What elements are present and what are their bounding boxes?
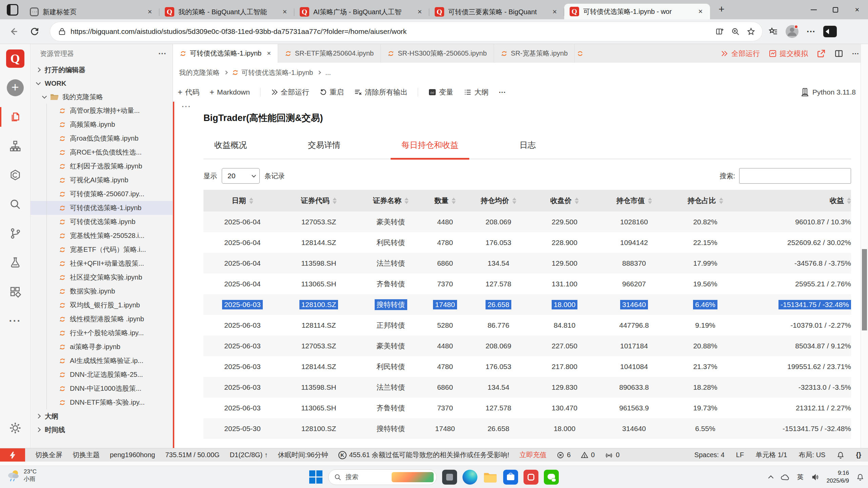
table-row[interactable]: 2025-06-03 128114.SZ 正邦转债 5280 86.776 84…	[203, 315, 851, 336]
settings-gear-icon[interactable]	[0, 413, 31, 443]
browser-tab-active-notebook[interactable]: Q 可转债优选策略-1.ipynb - wor ×	[564, 4, 710, 19]
tab-returns-overview[interactable]: 收益概况	[203, 140, 258, 159]
more-actions-icon[interactable]: ···	[0, 306, 31, 336]
file-item[interactable]: 高roa低负债策略.ipynb	[31, 131, 173, 145]
taskbar-app-red[interactable]	[524, 470, 538, 485]
back-icon[interactable]	[6, 24, 21, 39]
breadcrumb-item[interactable]: 可转债优选策略-1.ipynb	[241, 68, 313, 77]
source-control-icon[interactable]	[0, 219, 31, 248]
editor-tab[interactable]: SR-HS300策略-250605.ipynb	[381, 44, 494, 63]
search-icon[interactable]	[0, 190, 31, 219]
remote-indicator-icon[interactable]	[0, 448, 25, 462]
editor-tab[interactable]: SR-ETF策略250604.ipynb	[278, 44, 381, 63]
notification-center-icon[interactable]	[856, 473, 864, 481]
column-header[interactable]: 收盘价	[532, 196, 597, 205]
share-icon[interactable]	[817, 49, 826, 58]
ime-indicator[interactable]: 英	[797, 473, 804, 482]
browser-menu-icon[interactable]: ···	[803, 23, 819, 40]
warnings-indicator[interactable]: 0	[581, 451, 595, 459]
page-size-select[interactable]: 20	[222, 168, 260, 184]
editor-more-icon[interactable]: ···	[852, 49, 859, 58]
tab-daily-positions[interactable]: 每日持仓和收益	[391, 140, 469, 159]
favorite-star-icon[interactable]	[743, 24, 759, 39]
file-item[interactable]: 可视化AI策略.ipynb	[31, 173, 173, 187]
onedrive-cloud-icon[interactable]	[780, 473, 790, 481]
notifications-bell-icon[interactable]	[837, 451, 844, 459]
minimize-button[interactable]	[803, 0, 825, 19]
column-header[interactable]: 证券名称	[356, 196, 426, 205]
add-markdown-button[interactable]: +Markdown	[210, 87, 250, 97]
editor-tab-active[interactable]: 可转债优选策略-1.ipynb ×	[173, 44, 278, 63]
sort-icon[interactable]	[333, 198, 337, 204]
file-item[interactable]: 可转债优选策略-1.ipynb	[31, 201, 173, 215]
taskbar-clock[interactable]: 9:16 2025/6/9	[827, 469, 849, 485]
close-tab-icon[interactable]: ×	[145, 7, 155, 17]
memory-usage[interactable]: 735.51M / 50.00G	[165, 451, 219, 459]
file-item[interactable]: 可转债优选策略.ipynb	[31, 215, 173, 229]
file-item[interactable]: AI生成线性策略验证.ip...	[31, 354, 173, 368]
run-all-top-button[interactable]: 全部运行	[721, 49, 760, 58]
section-outline[interactable]: 大纲	[31, 409, 173, 423]
taskbar-app-widgets[interactable]	[442, 470, 457, 485]
bigquant-logo[interactable]: Q	[0, 44, 31, 73]
taskbar-search[interactable]: 搜索	[328, 469, 437, 485]
variables-button[interactable]: (x) 变量	[428, 87, 453, 97]
file-item[interactable]: 行业+个股轮动策略.ipy...	[31, 326, 173, 340]
table-search-input[interactable]	[739, 168, 851, 184]
close-tab-icon[interactable]: ×	[696, 7, 705, 16]
workspaces-icon[interactable]	[7, 4, 18, 16]
username[interactable]: peng1960hong	[110, 451, 155, 459]
table-row[interactable]: 2025-06-03 113598.SH 法兰转债 6860 134.54 12…	[203, 377, 851, 398]
cell-indicator[interactable]: 单元格 1/1	[755, 450, 787, 460]
taskbar-app-store[interactable]	[503, 470, 518, 485]
file-item[interactable]: 高频策略.ipynb	[31, 118, 173, 131]
table-row[interactable]: 2025-06-03 128100.SZ 搜特转债 17480 26.658 1…	[203, 294, 851, 315]
folder-my-clone-strategies[interactable]: 我的克隆策略	[31, 90, 173, 104]
breadcrumb-item[interactable]: 我的克隆策略	[179, 68, 220, 77]
column-header[interactable]: 数量	[426, 196, 465, 205]
indent-indicator[interactable]: Spaces: 4	[694, 451, 725, 459]
taskbar-app-wechat[interactable]	[544, 470, 559, 485]
sort-icon[interactable]	[719, 198, 723, 204]
section-open-editors[interactable]: 打开的编辑器	[31, 63, 173, 77]
explorer-icon[interactable]	[0, 102, 31, 131]
editor-tab-partial[interactable]	[575, 44, 588, 63]
start-button[interactable]	[309, 470, 323, 484]
table-row[interactable]: 2025-06-04 113065.SH 齐鲁转债 7370 127.578 1…	[203, 273, 851, 294]
maximize-button[interactable]	[825, 0, 846, 19]
profile-avatar[interactable]	[784, 23, 800, 40]
new-strategy-button[interactable]: +	[0, 73, 31, 102]
section-timeline[interactable]: 时间线	[31, 423, 173, 436]
file-item[interactable]: 社区提交策略实验.ipynb	[31, 270, 173, 284]
file-item[interactable]: 宽基线性策略-250528.i...	[31, 229, 173, 243]
machine-spec[interactable]: D1(2C/8G) ↑	[230, 451, 268, 459]
sort-icon[interactable]	[249, 198, 253, 204]
new-tab-button[interactable]: +	[714, 2, 729, 17]
add-code-button[interactable]: +代码	[178, 87, 199, 97]
tray-expand-icon[interactable]	[768, 475, 774, 481]
kernel-indicator[interactable]: Python 3.11.8	[801, 88, 868, 97]
taskbar-app-edge[interactable]	[462, 470, 477, 485]
file-item[interactable]: DNN-ETF策略-实验.ipy...	[31, 395, 173, 409]
column-header[interactable]: 收益	[739, 196, 851, 205]
hexagon-c-icon[interactable]	[0, 161, 31, 190]
address-bar[interactable]: https://bigquant.com/aistudio/studios/5d…	[50, 22, 762, 41]
copilot-sidebar-icon[interactable]	[822, 23, 838, 40]
braces-indicator[interactable]: {}	[856, 451, 861, 459]
table-row[interactable]: 2025-06-04 128144.SZ 利民转债 4780 176.053 2…	[203, 232, 851, 253]
file-item[interactable]: 高ROE+低负债线性选...	[31, 145, 173, 159]
search-highlight-image[interactable]	[392, 472, 434, 482]
toggle-theme[interactable]: 切换主题	[73, 450, 100, 460]
file-item[interactable]: 数据实验.ipynb	[31, 284, 173, 298]
run-all-button[interactable]: 全部运行	[271, 87, 309, 97]
sort-icon[interactable]	[452, 198, 456, 204]
refresh-icon[interactable]	[27, 24, 42, 39]
scrollbar-thumb[interactable]	[862, 249, 867, 330]
column-header[interactable]: 证券代码	[281, 196, 356, 205]
favorites-bar-icon[interactable]	[765, 23, 781, 40]
restart-button[interactable]: 重启	[319, 87, 344, 97]
close-tab-icon[interactable]: ×	[415, 7, 425, 17]
close-tab-icon[interactable]: ×	[550, 7, 559, 17]
taskbar-app-explorer[interactable]	[483, 470, 498, 485]
sort-icon[interactable]	[575, 198, 579, 204]
